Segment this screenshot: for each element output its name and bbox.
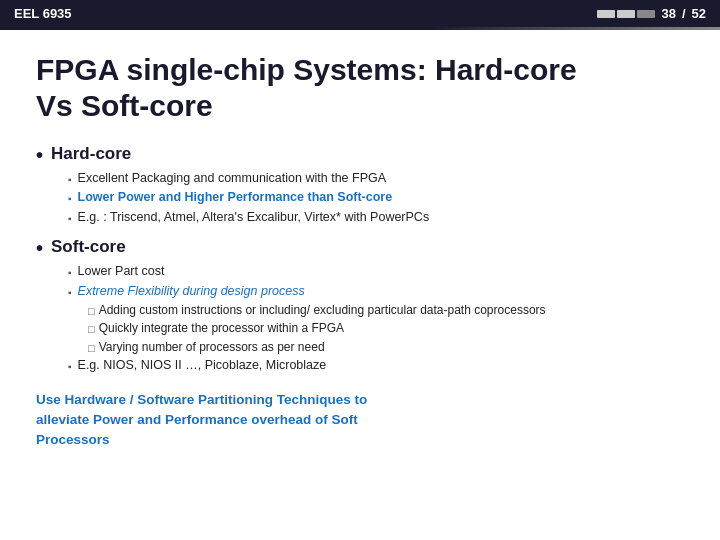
footer-line1: Use Hardware / Software Partitioning Tec… [36, 392, 367, 407]
top-bar: EEL 6935 38 / 52 [0, 0, 720, 27]
bullet-dot-2: • [36, 238, 43, 258]
prog-seg-1 [597, 10, 615, 18]
scsub-sub-2-text: Quickly integrate the processor within a… [99, 319, 344, 337]
bullet-dot-1: • [36, 145, 43, 165]
hard-core-subitems: ▪ Excellent Packaging and communication … [36, 169, 684, 227]
title-line2: Vs Soft-core [36, 89, 213, 122]
slide-number-area: 38 / 52 [597, 6, 706, 21]
scsub-sub-1-text: Adding custom instructions or including/… [99, 301, 546, 319]
tri-icon-sc-2: ▪ [68, 285, 72, 301]
soft-core-subitems: ▪ Lower Part cost ▪ Extreme Flexibility … [36, 262, 684, 376]
slide-total: 52 [692, 6, 706, 21]
hc-sub-2: ▪ Lower Power and Higher Performance tha… [68, 188, 684, 207]
scsub-sub-1: □ Adding custom instructions or includin… [88, 301, 684, 320]
slide-current: 38 [661, 6, 675, 21]
tri-icon-2: ▪ [68, 191, 72, 207]
hc-sub-1-text: Excellent Packaging and communication wi… [78, 169, 387, 188]
bullet-hard-core: • Hard-core ▪ Excellent Packaging and co… [36, 144, 684, 227]
tri-icon-3: ▪ [68, 211, 72, 227]
tri-icon-sc-3: ▪ [68, 359, 72, 375]
sc-sub-2: ▪ Extreme Flexibility during design proc… [68, 282, 684, 301]
hard-core-text: Hard-core [51, 144, 131, 164]
scsub-sub-2: □ Quickly integrate the processor within… [88, 319, 684, 338]
course-label: EEL 6935 [14, 6, 72, 21]
progress-bar [597, 10, 655, 18]
bullet-soft-core-label: • Soft-core [36, 237, 684, 258]
soft-core-text: Soft-core [51, 237, 126, 257]
content-area: FPGA single-chip Systems: Hard-core Vs S… [0, 30, 720, 467]
sc-sub-2-text: Extreme Flexibility during design proces… [78, 282, 305, 301]
sq-icon-2: □ [88, 321, 95, 338]
scsub-sub-3-text: Varying number of processors as per need [99, 338, 325, 356]
slide-sep: / [682, 6, 686, 21]
sq-icon-1: □ [88, 303, 95, 320]
footer-line2: alleviate Power and Performance overhead… [36, 412, 358, 427]
sc-sub-1: ▪ Lower Part cost [68, 262, 684, 281]
sc-sub-3-text: E.g. NIOS, NIOS II …, Picoblaze, Microbl… [78, 356, 327, 375]
sq-icon-3: □ [88, 340, 95, 357]
hc-sub-3: ▪ E.g. : Triscend, Atmel, Altera's Excal… [68, 208, 684, 227]
title-line1: FPGA single-chip Systems: Hard-core [36, 53, 577, 86]
footer-text: Use Hardware / Software Partitioning Tec… [36, 390, 684, 451]
hc-sub-1: ▪ Excellent Packaging and communication … [68, 169, 684, 188]
sc-sub-3: ▪ E.g. NIOS, NIOS II …, Picoblaze, Micro… [68, 356, 684, 375]
sc-sub2-subsubs: □ Adding custom instructions or includin… [68, 301, 684, 357]
tri-icon-1: ▪ [68, 172, 72, 188]
hc-sub-3-text: E.g. : Triscend, Atmel, Altera's Excalib… [78, 208, 430, 227]
main-title: FPGA single-chip Systems: Hard-core Vs S… [36, 52, 684, 124]
prog-seg-3 [637, 10, 655, 18]
footer-line3: Processors [36, 432, 110, 447]
slide: EEL 6935 38 / 52 FPGA single-chip System… [0, 0, 720, 540]
hc-sub-2-text: Lower Power and Higher Performance than … [78, 188, 393, 207]
sc-sub-1-text: Lower Part cost [78, 262, 165, 281]
bullet-soft-core: • Soft-core ▪ Lower Part cost ▪ Extreme … [36, 237, 684, 376]
prog-seg-2 [617, 10, 635, 18]
tri-icon-sc-1: ▪ [68, 265, 72, 281]
bullet-hard-core-label: • Hard-core [36, 144, 684, 165]
scsub-sub-3: □ Varying number of processors as per ne… [88, 338, 684, 357]
